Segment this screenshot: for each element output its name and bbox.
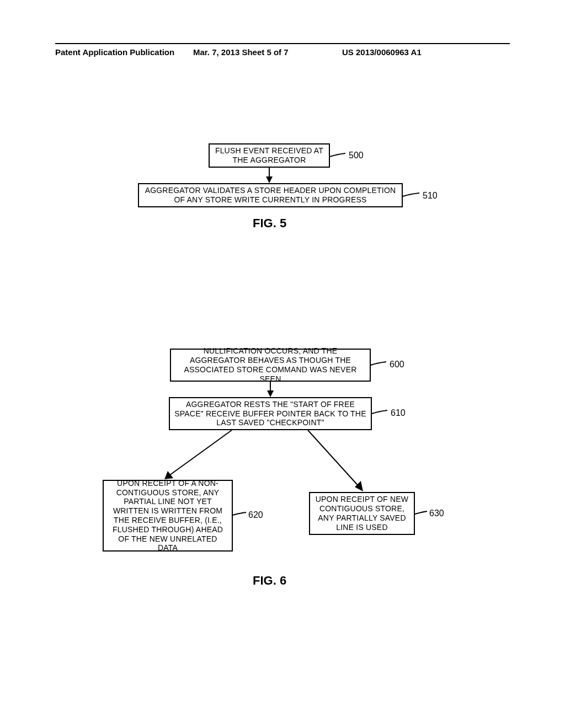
page: Patent Application Publication Mar. 7, 2… bbox=[0, 0, 565, 728]
fig6-box-630-text: UPON RECEIPT OF NEW CONTIGUOUS STORE, AN… bbox=[315, 495, 409, 532]
fig5-box-500-text: FLUSH EVENT RECEIVED AT THE AGGREGATOR bbox=[214, 146, 324, 165]
fig6-box-600: NULLIFICATION OCCURS, AND THE AGGREGATOR… bbox=[170, 349, 371, 382]
fig6-label: FIG. 6 bbox=[253, 574, 286, 588]
svg-line-6 bbox=[308, 430, 361, 489]
header-publication: Patent Application Publication bbox=[55, 47, 174, 57]
svg-marker-1 bbox=[266, 176, 273, 183]
fig6-ref-610: 610 bbox=[391, 408, 406, 418]
fig5-ref-500: 500 bbox=[349, 151, 364, 160]
fig6-box-610-text: AGGREGATOR RESTS THE "START OF FREE SPAC… bbox=[174, 400, 366, 427]
header-rule bbox=[55, 43, 510, 44]
svg-marker-5 bbox=[164, 471, 173, 479]
fig6-ref-630: 630 bbox=[429, 508, 444, 518]
fig6-box-630: UPON RECEIPT OF NEW CONTIGUOUS STORE, AN… bbox=[309, 492, 415, 535]
fig5-box-500: FLUSH EVENT RECEIVED AT THE AGGREGATOR bbox=[209, 143, 330, 168]
header-pubnum: US 2013/0060963 A1 bbox=[342, 47, 422, 57]
svg-line-4 bbox=[168, 430, 232, 477]
fig6-box-610: AGGREGATOR RESTS THE "START OF FREE SPAC… bbox=[169, 397, 372, 430]
svg-marker-3 bbox=[267, 390, 274, 397]
header-date-sheet: Mar. 7, 2013 Sheet 5 of 7 bbox=[193, 47, 289, 57]
fig5-ref-510: 510 bbox=[423, 191, 438, 201]
svg-marker-7 bbox=[355, 481, 363, 491]
fig6-ref-600: 600 bbox=[390, 360, 404, 370]
fig6-box-600-text: NULLIFICATION OCCURS, AND THE AGGREGATOR… bbox=[175, 346, 365, 383]
fig5-box-510: AGGREGATOR VALIDATES A STORE HEADER UPON… bbox=[138, 183, 403, 207]
fig5-box-510-text: AGGREGATOR VALIDATES A STORE HEADER UPON… bbox=[143, 186, 397, 205]
fig6-box-620-text: UPON RECEIPT OF A NON-CONTIGUOUS STORE, … bbox=[108, 479, 227, 553]
fig6-ref-620: 620 bbox=[248, 510, 263, 520]
fig5-label: FIG. 5 bbox=[253, 216, 286, 231]
fig6-box-620: UPON RECEIPT OF A NON-CONTIGUOUS STORE, … bbox=[103, 480, 233, 552]
